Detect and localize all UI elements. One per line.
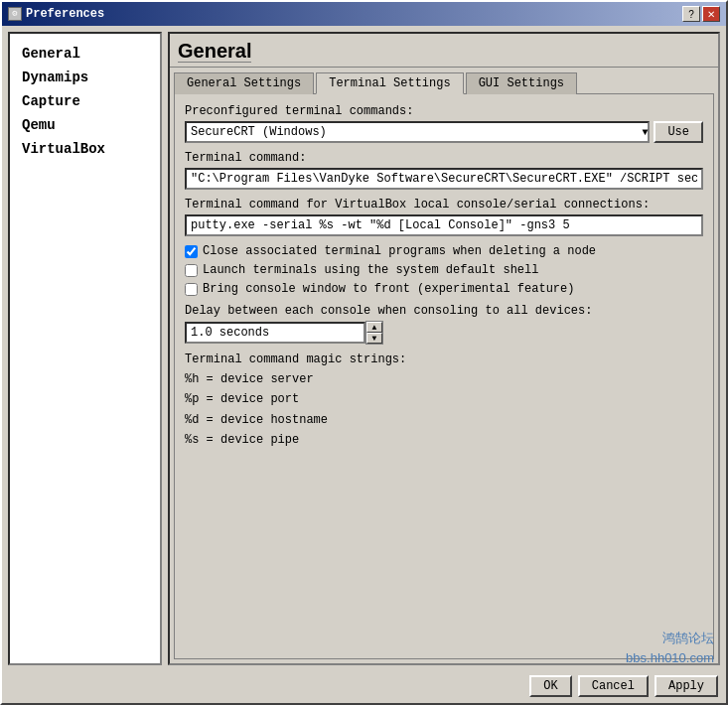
- window-body: General Dynamips Capture Qemu VirtualBox…: [2, 26, 726, 671]
- window-title: Preferences: [26, 7, 104, 21]
- title-bar: ⚙ Preferences ? ✕: [2, 2, 726, 26]
- delay-label: Delay between each console when consolin…: [185, 304, 703, 318]
- ok-button[interactable]: OK: [529, 675, 571, 697]
- delay-row: ▲ ▼: [185, 321, 703, 345]
- close-button[interactable]: ✕: [702, 6, 720, 22]
- apply-button[interactable]: Apply: [655, 675, 718, 697]
- launch-terminal-checkbox[interactable]: [185, 264, 198, 277]
- main-area: General General Settings Terminal Settin…: [168, 32, 720, 665]
- cancel-button[interactable]: Cancel: [578, 675, 649, 697]
- tab-content: Preconfigured terminal commands: SecureC…: [174, 93, 714, 659]
- watermark: 鸿鹄论坛 bbs.hh010.com: [626, 629, 714, 667]
- sidebar-item-virtualbox[interactable]: VirtualBox: [20, 137, 150, 161]
- close-terminal-label: Close associated terminal programs when …: [203, 244, 596, 258]
- sidebar-item-qemu[interactable]: Qemu: [20, 113, 150, 137]
- use-button[interactable]: Use: [654, 121, 703, 143]
- sidebar: General Dynamips Capture Qemu VirtualBox: [8, 32, 162, 665]
- vbox-command-label: Terminal command for VirtualBox local co…: [185, 198, 703, 212]
- delay-group: Delay between each console when consolin…: [185, 304, 703, 345]
- magic-string-1: %p = device port: [185, 389, 703, 409]
- preconfigured-select[interactable]: SecureCRT (Windows) PuTTY (Windows) Tera…: [185, 121, 650, 143]
- close-terminal-checkbox[interactable]: [185, 245, 198, 258]
- preconfigured-label: Preconfigured terminal commands:: [185, 104, 703, 118]
- title-buttons: ? ✕: [682, 6, 720, 22]
- help-button[interactable]: ?: [682, 6, 700, 22]
- sidebar-item-capture[interactable]: Capture: [20, 89, 150, 113]
- tab-general-settings[interactable]: General Settings: [174, 72, 314, 94]
- magic-string-2: %d = device hostname: [185, 410, 703, 430]
- vbox-command-input[interactable]: [185, 214, 703, 236]
- window-footer: 鸿鹄论坛 bbs.hh010.com OK Cancel Apply: [2, 671, 726, 703]
- spinner-buttons: ▲ ▼: [365, 321, 383, 345]
- checkboxes-group: Close associated terminal programs when …: [185, 244, 703, 296]
- delay-input[interactable]: [185, 322, 365, 344]
- bring-console-label: Bring console window to front (experimen…: [203, 282, 574, 296]
- sidebar-item-dynamips[interactable]: Dynamips: [20, 66, 150, 89]
- tab-gui-settings[interactable]: GUI Settings: [466, 72, 577, 94]
- bring-console-checkbox[interactable]: [185, 283, 198, 296]
- spinner-wrapper: ▲ ▼: [185, 321, 383, 345]
- tabs: General Settings Terminal Settings GUI S…: [170, 68, 718, 93]
- content-box: General General Settings Terminal Settin…: [168, 32, 720, 665]
- preconfigured-group: Preconfigured terminal commands: SecureC…: [185, 104, 703, 143]
- terminal-command-input[interactable]: [185, 168, 703, 190]
- magic-strings-label: Terminal command magic strings:: [185, 352, 703, 366]
- app-icon: ⚙: [8, 7, 22, 21]
- spinner-up-button[interactable]: ▲: [366, 322, 382, 333]
- launch-terminal-label: Launch terminals using the system defaul…: [203, 263, 538, 277]
- magic-string-0: %h = device server: [185, 369, 703, 389]
- checkbox-row-close: Close associated terminal programs when …: [185, 244, 703, 258]
- vbox-command-group: Terminal command for VirtualBox local co…: [185, 198, 703, 236]
- terminal-command-group: Terminal command:: [185, 151, 703, 190]
- magic-strings-content: %h = device server %p = device port %d =…: [185, 369, 703, 451]
- spinner-down-button[interactable]: ▼: [366, 333, 382, 344]
- terminal-command-label: Terminal command:: [185, 151, 703, 165]
- magic-strings-group: Terminal command magic strings: %h = dev…: [185, 352, 703, 451]
- section-title-bar: General: [170, 34, 718, 68]
- tab-terminal-settings[interactable]: Terminal Settings: [316, 72, 463, 94]
- title-bar-left: ⚙ Preferences: [8, 7, 104, 21]
- preconfigured-select-wrapper: SecureCRT (Windows) PuTTY (Windows) Tera…: [185, 121, 650, 143]
- preconfigured-row: SecureCRT (Windows) PuTTY (Windows) Tera…: [185, 121, 703, 143]
- magic-string-3: %s = device pipe: [185, 430, 703, 450]
- preferences-window: ⚙ Preferences ? ✕ General Dynamips Captu…: [0, 0, 728, 705]
- sidebar-item-general[interactable]: General: [20, 42, 150, 66]
- checkbox-row-console: Bring console window to front (experimen…: [185, 282, 703, 296]
- section-title: General: [178, 40, 251, 63]
- checkbox-row-launch: Launch terminals using the system defaul…: [185, 263, 703, 277]
